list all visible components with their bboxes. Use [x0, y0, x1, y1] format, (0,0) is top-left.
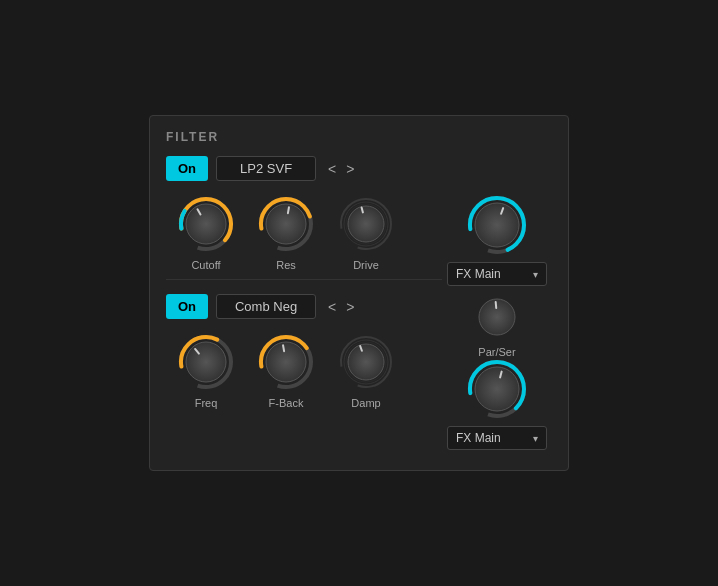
right-column: FX Main ▾ Par/Ser: [442, 156, 552, 454]
freq-knob[interactable]: [177, 333, 235, 391]
freq-label: Freq: [195, 397, 218, 409]
res-label: Res: [276, 259, 296, 271]
panel-title: FILTER: [166, 130, 552, 144]
res-knob[interactable]: [257, 195, 315, 253]
filter1-row: On LP2 SVF < >: [166, 156, 442, 181]
fx2-dropdown[interactable]: FX Main ▾: [447, 426, 547, 450]
fx1-dropdown-arrow: ▾: [533, 269, 538, 280]
fback-label: F-Back: [269, 397, 304, 409]
svg-line-32: [496, 302, 497, 308]
drive-label: Drive: [353, 259, 379, 271]
fx2-section: FX Main ▾: [447, 358, 547, 450]
filter1-type-display: LP2 SVF: [216, 156, 316, 181]
svg-line-13: [362, 208, 363, 213]
drive-knob-container: Drive: [326, 195, 406, 271]
damp-label: Damp: [351, 397, 380, 409]
par-ser-section: Par/Ser: [474, 294, 520, 358]
svg-point-3: [186, 204, 226, 244]
fx2-dropdown-label: FX Main: [456, 431, 501, 445]
svg-point-29: [475, 203, 519, 247]
res-knob-container: Res: [246, 195, 326, 271]
fx1-dropdown[interactable]: FX Main ▾: [447, 262, 547, 286]
filter1-nav-left[interactable]: <: [324, 159, 340, 179]
fx2-knob[interactable]: [466, 358, 528, 420]
filter1-section: On LP2 SVF < >: [166, 156, 442, 271]
svg-point-12: [348, 206, 384, 242]
filter2-section: On Comb Neg < >: [166, 294, 442, 409]
fback-knob[interactable]: [257, 333, 315, 391]
svg-point-31: [479, 299, 515, 335]
fx2-dropdown-arrow: ▾: [533, 433, 538, 444]
filter2-type-display: Comb Neg: [216, 294, 316, 319]
damp-knob-container: Damp: [326, 333, 406, 409]
filter1-nav: < >: [324, 159, 358, 179]
fx1-knob[interactable]: [466, 194, 528, 256]
svg-point-7: [266, 204, 306, 244]
svg-point-20: [266, 342, 306, 382]
filter2-nav-right[interactable]: >: [342, 297, 358, 317]
fx1-section: FX Main ▾: [447, 194, 547, 286]
cutoff-knob[interactable]: [177, 195, 235, 253]
par-ser-label: Par/Ser: [478, 346, 515, 358]
filter1-on-button[interactable]: On: [166, 156, 208, 181]
svg-point-25: [348, 344, 384, 380]
fback-knob-container: F-Back: [246, 333, 326, 409]
filter2-on-button[interactable]: On: [166, 294, 208, 319]
damp-knob[interactable]: [337, 333, 395, 391]
filter2-nav-left[interactable]: <: [324, 297, 340, 317]
left-column: On LP2 SVF < >: [166, 156, 442, 454]
filter2-knobs: Freq: [166, 333, 442, 409]
freq-knob-container: Freq: [166, 333, 246, 409]
drive-knob[interactable]: [337, 195, 395, 253]
cutoff-label: Cutoff: [191, 259, 220, 271]
filter2-nav: < >: [324, 297, 358, 317]
fx1-dropdown-label: FX Main: [456, 267, 501, 281]
cutoff-knob-container: Cutoff: [166, 195, 246, 271]
filter2-row: On Comb Neg < >: [166, 294, 442, 319]
svg-point-16: [186, 342, 226, 382]
main-layout: On LP2 SVF < >: [166, 156, 552, 454]
svg-line-8: [288, 207, 289, 213]
filter1-nav-right[interactable]: >: [342, 159, 358, 179]
filter1-knobs: Cutoff: [166, 195, 442, 271]
par-ser-knob[interactable]: [474, 294, 520, 340]
svg-line-21: [283, 345, 284, 351]
filter-panel: FILTER On LP2 SVF < >: [149, 115, 569, 471]
svg-point-35: [475, 367, 519, 411]
divider1: [166, 279, 442, 280]
